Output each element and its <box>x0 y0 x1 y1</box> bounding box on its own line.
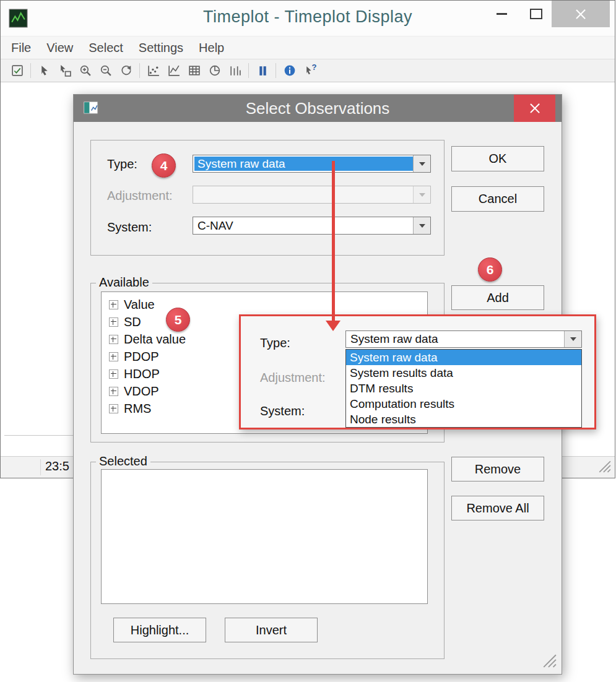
toolbar-separator <box>275 63 276 78</box>
step-badge-6: 6 <box>478 257 502 282</box>
window-titlebar: Timeplot - Timeplot Display <box>1 1 615 36</box>
menu-file[interactable]: File <box>11 41 31 55</box>
chevron-down-icon <box>570 337 576 341</box>
minimize-icon <box>497 13 507 15</box>
expand-icon[interactable] <box>109 352 118 361</box>
close-button[interactable] <box>552 1 610 27</box>
type-combobox-value: System raw data <box>194 157 413 171</box>
pointer-box-icon[interactable] <box>54 63 75 79</box>
inset-type-label: Type: <box>260 336 290 350</box>
pointer-icon[interactable] <box>34 63 54 79</box>
dialog-close-button[interactable] <box>514 95 555 122</box>
minimize-button[interactable] <box>487 1 516 27</box>
info-icon[interactable] <box>279 63 300 79</box>
expand-icon[interactable] <box>109 300 118 309</box>
pause-icon[interactable] <box>252 63 272 79</box>
inset-type-combobox[interactable]: System raw data <box>345 330 582 348</box>
toolbar-separator <box>248 63 249 78</box>
option-node-results[interactable]: Node results <box>346 412 581 427</box>
menu-select[interactable]: Select <box>89 41 123 55</box>
statusbar-separator <box>40 459 41 475</box>
type-dropdown-list: System raw data System results data DTM … <box>345 349 582 428</box>
inset-system-label: System: <box>260 404 305 418</box>
available-group-label: Available <box>96 275 152 290</box>
adjustment-combobox <box>193 186 431 204</box>
type-combobox[interactable]: System raw data <box>193 155 431 173</box>
highlight-button[interactable]: Highlight... <box>113 618 206 642</box>
option-system-raw-data[interactable]: System raw data <box>346 350 581 365</box>
menu-help[interactable]: Help <box>199 41 224 55</box>
window-resize-grip[interactable] <box>597 459 611 475</box>
toolbar-separator <box>139 63 140 78</box>
expand-icon[interactable] <box>109 335 118 344</box>
plot-frame-edge <box>4 435 74 436</box>
cancel-button[interactable]: Cancel <box>451 186 544 212</box>
annotation-arrow-line <box>332 161 335 322</box>
step-badge-4: 4 <box>152 153 176 178</box>
type-label: Type: <box>107 157 137 171</box>
help-pointer-icon[interactable]: ? <box>300 63 320 79</box>
expand-icon[interactable] <box>109 369 118 379</box>
toolbar-separator <box>30 63 31 78</box>
refresh-icon[interactable] <box>116 63 136 79</box>
adjustment-label: Adjustment: <box>107 189 173 203</box>
dialog-title: Select Observations <box>74 99 562 118</box>
chevron-down-icon <box>419 224 425 228</box>
screen: Timeplot - Timeplot Display File View Se… <box>0 0 616 682</box>
line-chart-icon[interactable] <box>163 63 184 79</box>
remove-button[interactable]: Remove <box>451 457 544 481</box>
dialog-resize-grip[interactable] <box>542 653 557 670</box>
toolbar: ? <box>1 59 615 82</box>
invert-button[interactable]: Invert <box>225 618 318 642</box>
ok-button[interactable]: OK <box>451 146 544 171</box>
zoom-out-icon[interactable] <box>95 63 116 79</box>
system-combobox-value: C-NAV <box>194 218 413 233</box>
adjustment-combobox-value <box>194 188 413 202</box>
dialog-titlebar: Select Observations <box>74 95 562 122</box>
tree-item-value[interactable]: Value <box>102 296 427 313</box>
remove-all-button[interactable]: Remove All <box>451 496 544 520</box>
system-label: System: <box>107 220 152 235</box>
inset-type-dropdown-button[interactable] <box>564 331 581 347</box>
scatter-plot-icon[interactable] <box>143 63 163 79</box>
system-combobox-dropdown-button[interactable] <box>413 217 430 234</box>
menu-settings[interactable]: Settings <box>139 41 183 55</box>
menubar: File View Select Settings Help <box>1 36 615 59</box>
selected-listbox[interactable] <box>101 469 428 604</box>
chevron-down-icon <box>419 193 425 197</box>
question-glyph: ? <box>312 63 317 72</box>
inset-type-combobox-value: System raw data <box>347 332 564 346</box>
close-icon <box>575 8 587 20</box>
expand-icon[interactable] <box>109 387 118 396</box>
maximize-icon <box>530 9 542 19</box>
option-dtm-results[interactable]: DTM results <box>346 381 581 396</box>
selected-group-label: Selected <box>96 454 150 468</box>
menu-view[interactable]: View <box>46 41 73 55</box>
histogram-icon[interactable] <box>225 63 245 79</box>
annotation-arrow-head <box>326 321 341 331</box>
type-combobox-dropdown-button[interactable] <box>413 155 430 172</box>
step-badge-5: 5 <box>166 308 190 332</box>
adjustment-combobox-dropdown-button <box>413 186 430 203</box>
status-time: 23:5 <box>45 459 69 473</box>
expand-icon[interactable] <box>109 404 118 413</box>
option-system-results-data[interactable]: System results data <box>346 365 581 381</box>
pie-chart-icon[interactable] <box>204 63 225 79</box>
maximize-button[interactable] <box>522 1 550 27</box>
system-combobox[interactable]: C-NAV <box>193 217 431 235</box>
dropdown-zoom-inset: Type: Adjustment: System: System raw dat… <box>239 314 596 429</box>
option-computation-results[interactable]: Computation results <box>346 396 581 412</box>
add-button[interactable]: Add <box>451 285 544 310</box>
select-check-icon[interactable] <box>7 63 27 79</box>
inset-adjustment-label: Adjustment: <box>260 371 326 385</box>
dialog-close-icon <box>529 102 541 114</box>
expand-icon[interactable] <box>109 317 118 327</box>
chevron-down-icon <box>419 162 425 166</box>
grid-icon[interactable] <box>184 63 204 79</box>
zoom-in-icon[interactable] <box>75 63 95 79</box>
